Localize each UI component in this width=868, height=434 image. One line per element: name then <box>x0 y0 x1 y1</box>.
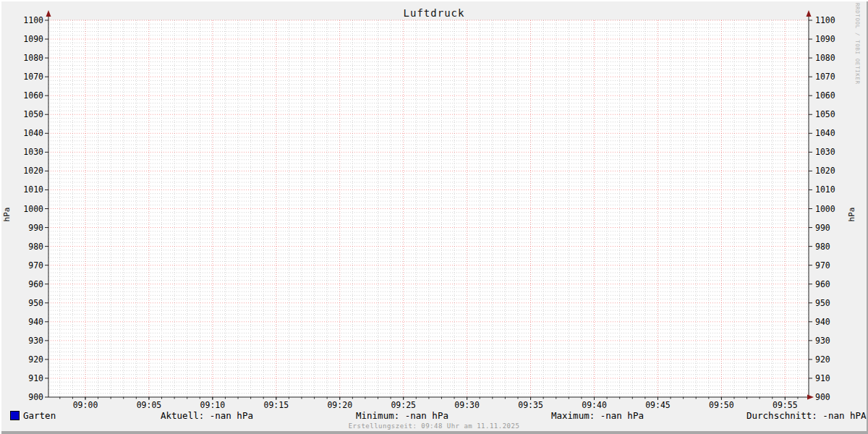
y-tick-label-right: 1060 <box>815 90 835 101</box>
y-tick-label-right: 1000 <box>815 204 835 214</box>
pressure-chart: 09:0009:0509:1009:1509:2009:2509:3009:35… <box>0 0 868 434</box>
y-tick-label-right: 960 <box>815 279 830 289</box>
y-tick-label-right: 940 <box>815 317 830 327</box>
x-tick-label: 09:50 <box>709 400 734 410</box>
x-tick-label: 09:45 <box>645 400 671 410</box>
y-tick-label-left: 1040 <box>23 128 43 138</box>
x-tick-label: 09:15 <box>264 400 289 410</box>
y-tick-label-right: 990 <box>815 223 830 233</box>
x-tick-label: 09:10 <box>200 400 226 410</box>
x-tick-label: 09:05 <box>137 400 162 410</box>
stat-maximum: Maximum: -nan hPa <box>551 410 644 421</box>
x-tick-label: 09:40 <box>582 400 607 410</box>
stat-minimum: Minimum: -nan hPa <box>356 410 448 421</box>
rrdtool-graph-page: { "page": { "background": "#f0f0f0" }, "… <box>0 0 868 434</box>
y-tick-label-right: 1090 <box>815 34 835 44</box>
y-tick-label-left: 1080 <box>23 53 43 63</box>
y-axis-unit-right: hPa <box>843 205 861 223</box>
y-tick-label-left: 1010 <box>23 184 43 195</box>
x-tick-label: 09:25 <box>391 400 416 410</box>
stat-aktuell: Aktuell: -nan hPa <box>161 410 253 421</box>
y-tick-label-right: 970 <box>815 260 830 271</box>
y-tick-label-right: 1020 <box>815 166 835 176</box>
x-axis-arrow <box>807 395 814 400</box>
y-tick-label-left: 950 <box>28 298 43 308</box>
y-tick-label-left: 1000 <box>23 204 43 214</box>
y-tick-label-right: 980 <box>815 242 830 252</box>
y-tick-label-left: 940 <box>28 317 43 327</box>
y-tick-label-left: 910 <box>28 373 43 383</box>
y-tick-label-right: 950 <box>815 298 830 308</box>
rrdtool-watermark: RRDTOOL / TOBI OETIKER <box>854 3 861 85</box>
y-tick-label-left: 1030 <box>23 147 43 157</box>
y-tick-label-left: 1070 <box>23 72 43 82</box>
y-tick-label-right: 1050 <box>815 109 835 119</box>
x-tick-label: 09:35 <box>518 400 543 410</box>
y-tick-label-right: 1100 <box>815 15 835 25</box>
x-tick-label: 09:20 <box>327 400 352 410</box>
x-tick-label: 09:55 <box>773 400 798 410</box>
legend-label-garten: Garten <box>23 410 56 421</box>
y-tick-label-right: 1040 <box>815 128 835 138</box>
y-tick-label-right: 1070 <box>815 72 835 82</box>
y-tick-label-left: 1100 <box>23 15 43 25</box>
y-tick-label-left: 930 <box>28 336 43 346</box>
y-tick-label-left: 990 <box>28 223 43 233</box>
x-tick-label: 09:30 <box>454 400 480 410</box>
x-tick-label: 09:00 <box>73 400 98 410</box>
y-tick-label-left: 920 <box>28 354 43 365</box>
legend-swatch-garten <box>10 411 20 420</box>
y-tick-label-right: 900 <box>815 392 830 402</box>
y-tick-label-left: 900 <box>28 392 43 402</box>
stat-durchschnitt: Durchschnitt: -nan hPA <box>746 410 867 421</box>
y-tick-label-right: 910 <box>815 373 830 383</box>
y-tick-label-left: 1050 <box>23 109 43 119</box>
y-tick-label-right: 1030 <box>815 147 835 157</box>
y-axis-arrow-left <box>46 10 51 17</box>
creation-timestamp: Erstellungszeit: 09:48 Uhr am 11.11.2025 <box>0 422 868 430</box>
y-tick-label-right: 1080 <box>815 53 835 63</box>
y-tick-label-left: 960 <box>28 279 43 289</box>
y-tick-label-left: 1060 <box>23 90 43 101</box>
y-tick-label-left: 980 <box>28 242 43 252</box>
y-tick-label-left: 1020 <box>23 166 43 176</box>
y-tick-label-right: 930 <box>815 336 830 346</box>
y-tick-label-right: 920 <box>815 354 830 365</box>
y-tick-label-right: 1010 <box>815 184 835 195</box>
y-tick-label-left: 1090 <box>23 34 43 44</box>
y-axis-arrow-right <box>807 10 812 17</box>
y-axis-unit-left: hPa <box>0 205 16 223</box>
y-tick-label-left: 970 <box>28 260 43 271</box>
